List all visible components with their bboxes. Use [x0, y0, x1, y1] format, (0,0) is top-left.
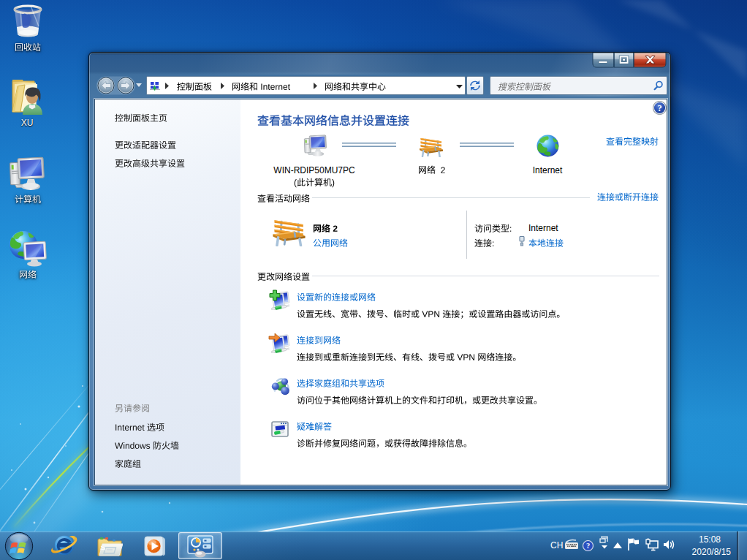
- svg-text:?: ?: [657, 103, 661, 113]
- svg-text:?: ?: [586, 542, 590, 550]
